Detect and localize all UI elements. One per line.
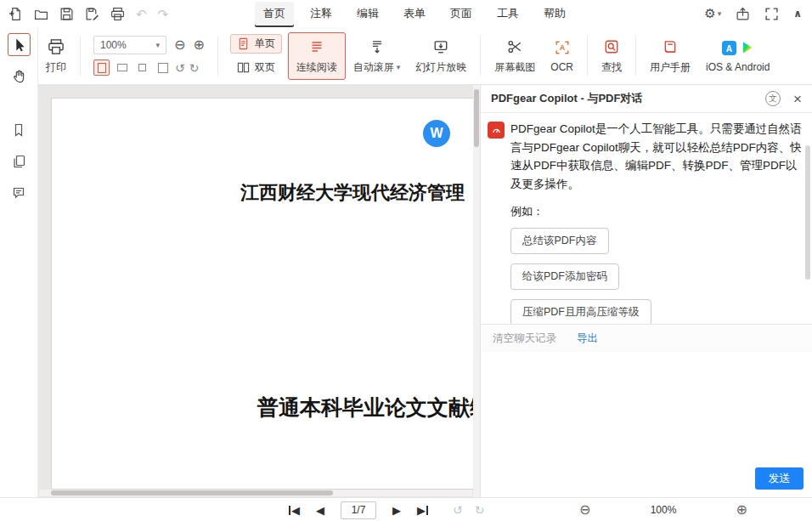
copilot-header: PDFgear Copilot - 与PDF对话 文 × [481, 85, 812, 113]
fit-width-button[interactable] [114, 59, 130, 76]
actual-size-button[interactable] [134, 59, 150, 76]
last-page-button[interactable]: ▶ [417, 505, 428, 516]
open-folder-icon[interactable] [34, 7, 48, 21]
tab-page[interactable]: 页面 [442, 2, 481, 25]
page-navigation: ◀ ◀ 1/7 ▶ ▶ ↺ ↻ [289, 498, 484, 521]
redo-icon[interactable]: ↷ [158, 8, 169, 20]
page-layout-group: 单页 双页 [224, 34, 288, 77]
single-page-label: 单页 [255, 37, 275, 51]
previous-page-button[interactable]: ◀ [316, 505, 324, 516]
undo-icon[interactable]: ↶ [136, 8, 147, 20]
find-button[interactable]: 查找 [594, 33, 629, 79]
double-page-button[interactable]: 双页 [230, 58, 282, 77]
new-file-icon[interactable] [8, 7, 23, 21]
tab-annotate[interactable]: 注释 [302, 2, 341, 25]
thumbnails-panel-button[interactable] [8, 150, 31, 173]
horizontal-scrollbar[interactable] [39, 490, 472, 496]
auto-scroll-icon [369, 37, 385, 56]
single-page-icon [237, 37, 250, 50]
save-as-icon[interactable] [85, 7, 99, 21]
vertical-scrollbar[interactable] [473, 85, 480, 497]
divider [80, 37, 81, 76]
example-password-button[interactable]: 给该PDF添加密码 [510, 263, 619, 290]
tab-form[interactable]: 表单 [395, 2, 434, 25]
copilot-scrollbar-thumb[interactable] [805, 145, 810, 280]
slideshow-label: 幻灯片放映 [415, 60, 466, 75]
divider [480, 37, 481, 76]
collapse-toolbar-icon[interactable]: ∧ [793, 8, 802, 20]
zoom-controls: ⊖ 100% ⊕ [579, 498, 747, 521]
vertical-scrollbar-thumb[interactable] [474, 89, 479, 147]
zoom-in-button[interactable]: ⊕ [193, 38, 204, 52]
document-viewport[interactable]: W 江西财经大学现代经济管理 普通本科毕业论文文献综 [38, 85, 480, 497]
settings-gear-icon[interactable]: ⚙ ▾ [704, 6, 721, 21]
print-icon[interactable] [110, 7, 125, 21]
continuous-reading-button[interactable]: 连续阅读 [288, 32, 346, 80]
comments-panel-button[interactable] [8, 181, 31, 204]
appstore-icon: A [722, 41, 736, 55]
tab-help[interactable]: 帮助 [535, 2, 574, 25]
first-page-button[interactable]: ◀ [289, 505, 300, 516]
export-link[interactable]: 导出 [577, 331, 598, 346]
divider [217, 37, 218, 76]
auto-scroll-button[interactable]: 自动滚屏 ▾ [346, 33, 409, 79]
find-icon [604, 37, 619, 56]
save-icon[interactable] [59, 7, 74, 21]
copilot-title: PDFgear Copilot - 与PDF对话 [491, 91, 765, 106]
next-page-button[interactable]: ▶ [392, 505, 401, 516]
tab-home[interactable]: 首页 [255, 2, 294, 25]
document-logo: W [423, 120, 450, 147]
example-summarize-button[interactable]: 总结该PDF内容 [510, 228, 609, 254]
language-icon[interactable]: 文 [765, 91, 781, 106]
gear-glyph: ⚙ [704, 6, 715, 21]
rotate-left-button[interactable]: ↺ [175, 62, 185, 74]
hand-tool-button[interactable] [8, 65, 31, 88]
close-panel-icon[interactable]: × [793, 92, 802, 106]
clear-history-button[interactable]: 清空聊天记录 [493, 331, 556, 346]
zoom-select[interactable]: 100% ▾ [93, 36, 166, 54]
examples-label: 例如： [510, 204, 802, 219]
printer-icon [48, 37, 65, 56]
zoom-in-button[interactable]: ⊕ [736, 503, 747, 517]
caret-down-icon: ▾ [397, 63, 401, 71]
fit-visible-button[interactable] [155, 59, 171, 76]
example-compress-button[interactable]: 压缩PDF且用高压缩等级 [510, 299, 651, 324]
fit-page-button[interactable] [93, 59, 110, 76]
ocr-button[interactable]: A OCR [543, 34, 581, 77]
pdf-page[interactable]: W 江西财经大学现代经济管理 普通本科毕业论文文献综 [51, 98, 480, 490]
ocr-label: OCR [550, 61, 573, 73]
hand-icon [12, 69, 26, 83]
user-manual-label: 用户手册 [650, 60, 691, 75]
zoom-value: 100% [100, 39, 127, 51]
print-button[interactable]: 打印 [38, 33, 74, 79]
auto-scroll-label: 自动滚屏 [353, 60, 394, 75]
rotate-right-page-button[interactable]: ↻ [475, 503, 485, 517]
page-indicator[interactable]: 1/7 [341, 501, 376, 519]
share-export-icon[interactable] [736, 7, 750, 21]
select-tool-button[interactable] [8, 33, 31, 56]
single-page-button[interactable]: 单页 [230, 34, 282, 54]
copilot-panel: PDFgear Copilot - 与PDF对话 文 × PDFgear Cop… [480, 85, 812, 497]
tab-edit[interactable]: 编辑 [348, 2, 387, 25]
mobile-apps-label: iOS & Android [706, 61, 770, 73]
horizontal-scrollbar-thumb[interactable] [51, 490, 333, 496]
fullscreen-icon[interactable] [764, 7, 779, 21]
tab-tools[interactable]: 工具 [488, 2, 527, 25]
assistant-message: PDFgear Copilot是一个人工智能工具。只需要通过自然语言与PDFge… [488, 120, 802, 193]
send-button[interactable]: 发送 [755, 467, 804, 490]
bookmarks-panel-button[interactable] [8, 118, 31, 141]
bar-glyph [426, 506, 428, 515]
zoom-out-button[interactable]: ⊖ [579, 503, 590, 517]
fit-width-icon [117, 64, 127, 71]
slideshow-button[interactable]: 幻灯片放映 [408, 33, 474, 79]
rotate-left-page-button[interactable]: ↺ [453, 503, 463, 517]
zoom-out-button[interactable]: ⊖ [174, 38, 185, 52]
lang-glyph: 文 [769, 93, 777, 105]
screenshot-button[interactable]: 屏幕截图 [487, 33, 543, 79]
rotate-right-button[interactable]: ↻ [189, 62, 200, 74]
comment-icon [12, 186, 25, 200]
mobile-apps-button[interactable]: A iOS & Android [698, 34, 777, 77]
mobile-apps-icons: A [722, 38, 754, 57]
scissors-icon [507, 37, 522, 56]
user-manual-button[interactable]: 用户手册 [642, 33, 698, 79]
